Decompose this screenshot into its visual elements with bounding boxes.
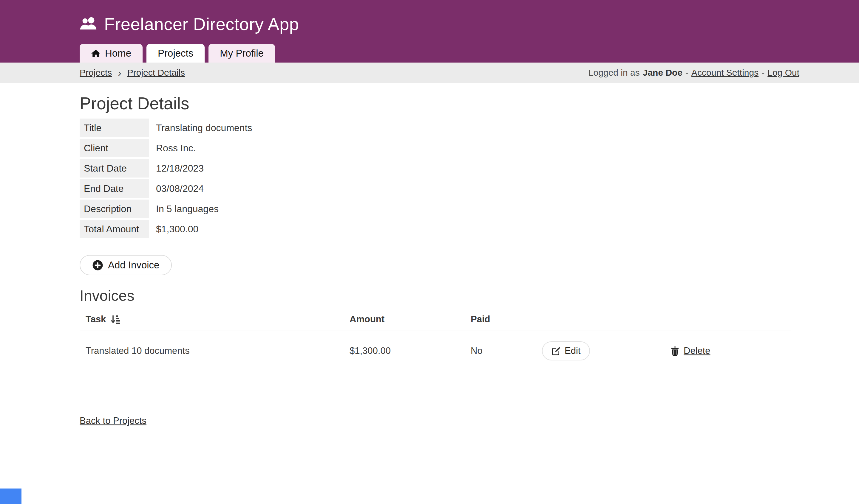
invoice-paid-cell: No xyxy=(471,346,542,356)
back-to-projects-link[interactable]: Back to Projects xyxy=(80,415,147,426)
detail-value: 12/18/2023 xyxy=(149,159,204,177)
delete-cell: Delete xyxy=(671,346,791,356)
cursor-marker xyxy=(0,489,21,504)
sort-amount-down-icon[interactable] xyxy=(110,314,121,325)
app-title: Freelancer Directory App xyxy=(104,14,299,34)
app-header: Freelancer Directory App Home Projects M… xyxy=(0,0,859,63)
detail-value: 03/08/2024 xyxy=(149,179,204,198)
column-header-amount: Amount xyxy=(350,314,471,325)
detail-label: Title xyxy=(80,119,149,137)
logged-in-user: Jane Doe xyxy=(643,68,682,78)
account-settings-link[interactable]: Account Settings xyxy=(691,68,758,78)
detail-value: Ross Inc. xyxy=(149,139,196,157)
plus-circle-icon xyxy=(92,260,103,271)
invoice-row: Translated 10 documents $1,300.00 No Edi… xyxy=(80,331,791,360)
detail-row-description: Description In 5 languages xyxy=(80,200,799,218)
logged-in-text: Logged in as xyxy=(588,68,640,78)
detail-label: Client xyxy=(80,139,149,157)
invoices-heading: Invoices xyxy=(80,287,799,304)
tab-projects-label: Projects xyxy=(158,48,193,59)
tab-home[interactable]: Home xyxy=(80,44,142,63)
detail-row-total-amount: Total Amount $1,300.00 xyxy=(80,220,799,238)
breadcrumb: Projects › Project Details xyxy=(80,67,185,79)
logout-link[interactable]: Log Out xyxy=(767,68,799,78)
tab-projects[interactable]: Projects xyxy=(147,44,205,63)
invoice-amount-cell: $1,300.00 xyxy=(350,346,471,356)
page-title: Project Details xyxy=(80,94,799,113)
session-info: Logged in as Jane Doe - Account Settings… xyxy=(588,68,799,78)
column-header-task-label: Task xyxy=(86,314,106,325)
app-title-row: Freelancer Directory App xyxy=(80,10,859,37)
add-invoice-button[interactable]: Add Invoice xyxy=(80,255,172,275)
main-nav: Home Projects My Profile xyxy=(80,44,859,63)
edit-icon xyxy=(552,346,561,356)
breadcrumb-link-project-details[interactable]: Project Details xyxy=(127,68,185,78)
main-content: Project Details Title Translating docume… xyxy=(80,94,799,426)
column-header-task[interactable]: Task xyxy=(80,314,350,325)
detail-row-end-date: End Date 03/08/2024 xyxy=(80,179,799,198)
tab-my-profile-label: My Profile xyxy=(220,48,264,59)
invoice-table: Task Amount Paid Translated 10 d xyxy=(80,308,791,360)
add-invoice-label: Add Invoice xyxy=(108,259,159,271)
detail-value: In 5 languages xyxy=(149,200,218,218)
session-separator: - xyxy=(762,68,765,78)
home-icon xyxy=(91,49,101,58)
detail-value: $1,300.00 xyxy=(149,220,198,238)
tab-home-label: Home xyxy=(105,48,131,59)
edit-button[interactable]: Edit xyxy=(542,341,590,360)
session-separator: - xyxy=(685,68,689,78)
detail-row-client: Client Ross Inc. xyxy=(80,139,799,157)
project-details-table: Title Translating documents Client Ross … xyxy=(80,119,799,238)
trash-icon[interactable] xyxy=(671,346,679,356)
invoice-task-cell: Translated 10 documents xyxy=(80,346,350,356)
detail-row-start-date: Start Date 12/18/2023 xyxy=(80,159,799,177)
chevron-right-icon: › xyxy=(118,67,121,79)
breadcrumb-link-projects[interactable]: Projects xyxy=(80,68,112,78)
detail-label: End Date xyxy=(80,179,149,198)
detail-value: Translating documents xyxy=(149,119,252,137)
edit-button-label: Edit xyxy=(564,346,581,356)
detail-label: Start Date xyxy=(80,159,149,177)
breadcrumb-bar: Projects › Project Details Logged in as … xyxy=(0,63,859,83)
detail-label: Description xyxy=(80,200,149,218)
tab-my-profile[interactable]: My Profile xyxy=(209,44,275,63)
detail-label: Total Amount xyxy=(80,220,149,238)
invoice-table-header: Task Amount Paid xyxy=(80,308,791,331)
users-icon xyxy=(80,17,97,31)
delete-link[interactable]: Delete xyxy=(684,346,710,356)
column-header-paid: Paid xyxy=(471,314,542,325)
detail-row-title: Title Translating documents xyxy=(80,119,799,137)
